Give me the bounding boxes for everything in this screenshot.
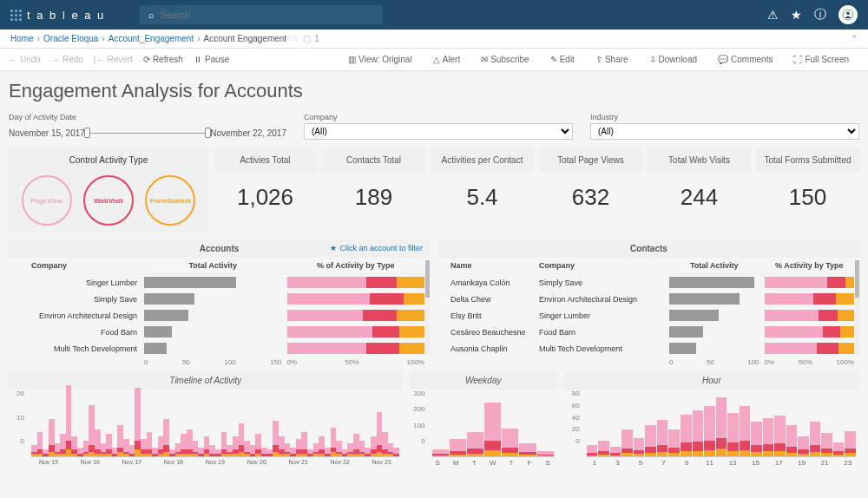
bar[interactable] [359, 441, 365, 456]
bar[interactable] [313, 443, 319, 456]
share-button[interactable]: ⇪Share [595, 55, 628, 64]
pageview-toggle[interactable]: PageView [22, 175, 72, 226]
slider-handle-start[interactable] [84, 128, 90, 138]
bar[interactable] [101, 443, 107, 456]
bar[interactable] [221, 432, 227, 456]
alert-icon[interactable]: ⚠ [767, 8, 779, 22]
favorite-icon[interactable]: ★ [791, 8, 802, 22]
bar[interactable] [432, 449, 449, 456]
table-row[interactable]: Cesáreo BeauchesneFood Barn [438, 324, 859, 340]
alert-button[interactable]: △Alert [433, 55, 461, 64]
view-button[interactable]: ▥View: Original [348, 55, 412, 64]
bar[interactable] [704, 406, 715, 456]
search-box[interactable]: ⌕ [140, 5, 383, 24]
bar[interactable] [169, 449, 175, 456]
bar[interactable] [244, 441, 250, 456]
download-button[interactable]: ⇩Download [649, 55, 697, 64]
bar[interactable] [227, 445, 233, 456]
bar[interactable] [681, 415, 692, 456]
bar[interactable] [484, 403, 501, 456]
bar[interactable] [634, 438, 645, 456]
bar[interactable] [181, 434, 187, 456]
bar[interactable] [353, 434, 359, 456]
bar[interactable] [598, 441, 609, 456]
table-row[interactable]: Simply Save [9, 291, 430, 307]
refresh-button[interactable]: ⟳Refresh [143, 55, 183, 64]
bar[interactable] [209, 445, 215, 456]
scrollbar[interactable] [425, 260, 430, 354]
bar[interactable] [233, 436, 239, 456]
bar[interactable] [393, 448, 399, 456]
bar[interactable] [215, 449, 221, 456]
bar[interactable] [117, 425, 123, 456]
bar[interactable] [250, 445, 256, 456]
bar[interactable] [537, 451, 554, 456]
bar[interactable] [290, 448, 296, 456]
date-slider[interactable]: November 15, 2017 November 22, 2017 [9, 128, 286, 138]
bar[interactable] [325, 448, 331, 456]
bar[interactable] [774, 416, 786, 456]
bar[interactable] [365, 448, 371, 456]
bar[interactable] [693, 410, 704, 456]
bar[interactable] [296, 439, 302, 456]
bar[interactable] [267, 449, 273, 456]
bar[interactable] [273, 421, 279, 456]
bar[interactable] [331, 428, 337, 456]
slider-handle-end[interactable] [205, 128, 211, 138]
tableau-logo[interactable]: t a b l e a u [10, 9, 105, 22]
bar[interactable] [279, 436, 285, 456]
bar[interactable] [810, 422, 821, 456]
company-select[interactable]: (All) [304, 123, 573, 140]
industry-select[interactable]: (All) [590, 123, 859, 140]
bar[interactable] [388, 443, 394, 456]
bar[interactable] [519, 443, 536, 456]
bar[interactable] [833, 442, 845, 456]
bar[interactable] [71, 436, 77, 456]
bar[interactable] [175, 443, 181, 456]
bar[interactable] [187, 429, 193, 456]
bar[interactable] [31, 445, 37, 456]
bar[interactable] [163, 419, 169, 457]
table-row[interactable]: Multi Tech Development [9, 340, 430, 357]
bar[interactable] [135, 388, 141, 456]
undo-button[interactable]: ←Undo [9, 55, 41, 64]
table-row[interactable]: Food Barn [9, 324, 430, 340]
bar[interactable] [347, 443, 353, 456]
table-row[interactable]: Ausonia ChaplinMulti Tech Development [438, 340, 859, 357]
bar[interactable] [786, 425, 798, 456]
search-input[interactable] [160, 10, 374, 20]
bar[interactable] [319, 436, 325, 456]
bar[interactable] [727, 413, 739, 456]
pause-button[interactable]: ⏸Pause [194, 55, 229, 64]
bar[interactable] [342, 449, 348, 456]
bar[interactable] [261, 448, 267, 456]
table-row[interactable]: Elsy BrittSinger Lumber [438, 307, 859, 324]
bar[interactable] [382, 432, 388, 456]
bar[interactable] [845, 431, 856, 456]
bar[interactable] [193, 441, 199, 456]
redo-button[interactable]: →Redo [51, 55, 83, 64]
bar[interactable] [204, 436, 210, 456]
table-row[interactable]: Singer Lumber [9, 274, 430, 291]
bar[interactable] [141, 439, 147, 456]
fullscreen-button[interactable]: ⛶Full Screen [793, 55, 849, 64]
breadcrumb-link[interactable]: Home [10, 34, 34, 43]
table-row[interactable]: Amankaya ColónSimply Save [438, 274, 859, 291]
table-row[interactable]: Delta ChewEnviron Architectural Design [438, 291, 859, 307]
bar[interactable] [158, 436, 164, 456]
bar[interactable] [763, 418, 774, 456]
bar[interactable] [502, 429, 518, 456]
bar[interactable] [657, 420, 668, 456]
bar[interactable] [621, 429, 633, 456]
bar[interactable] [371, 436, 377, 456]
bar[interactable] [123, 439, 129, 456]
bar[interactable] [645, 425, 656, 456]
bar[interactable] [66, 385, 72, 456]
info-icon[interactable]: ⓘ [814, 7, 826, 23]
table-row[interactable]: Environ Architectural Design [9, 307, 430, 324]
bar[interactable] [49, 419, 55, 457]
bar[interactable] [77, 448, 83, 456]
formsubmit-toggle[interactable]: FormSubmit [145, 175, 195, 226]
bar[interactable] [307, 449, 313, 456]
bar[interactable] [610, 447, 621, 456]
